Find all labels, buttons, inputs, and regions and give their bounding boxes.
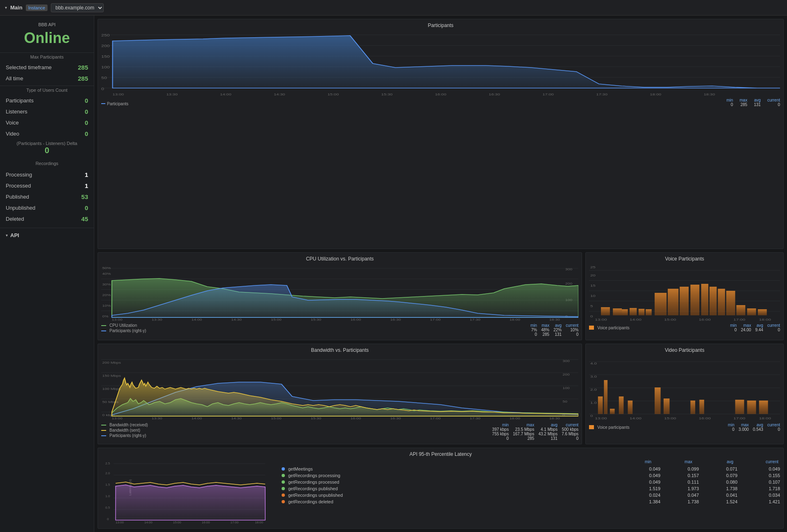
api-table-row: getRecordings unpublished 0.024 0.047 0.… — [282, 492, 780, 498]
sidebar: BBB API Online Max Participants Selected… — [0, 16, 94, 532]
svg-rect-76 — [737, 305, 746, 315]
listeners-row: Listeners 0 — [0, 106, 94, 117]
delta-label: (Participants - Listeners) Delta — [0, 141, 94, 146]
voice-chart-title: Voice Participants — [589, 256, 780, 262]
api-row-avg: 0.079 — [717, 473, 737, 478]
svg-text:100: 100 — [101, 65, 110, 69]
cpu-min: 7% — [530, 328, 537, 332]
cpu-p-max: 285 — [541, 332, 549, 337]
svg-text:25: 25 — [590, 265, 596, 269]
svg-text:13:00: 13:00 — [112, 417, 123, 420]
api-row-avg: 0.080 — [717, 480, 737, 484]
api-row-label: getRecordings unpublished — [288, 493, 637, 498]
bw-recv-avg: 4.1 Mbps — [538, 427, 557, 432]
participants-chart-area: 0 50 100 150 200 250 — [101, 31, 780, 96]
api-row-min: 0.049 — [640, 480, 660, 484]
svg-text:13:00: 13:00 — [112, 318, 123, 321]
api-row-max: 1.973 — [678, 486, 699, 491]
svg-text:17:00: 17:00 — [542, 93, 554, 96]
deleted-row: Deleted 45 — [0, 213, 94, 224]
recordings-section-label: Recordings — [0, 158, 94, 168]
svg-text:15:30: 15:30 — [311, 318, 321, 321]
row3: Bandwidth vs. Participants — [98, 344, 784, 444]
svg-rect-133 — [759, 401, 768, 414]
svg-text:10: 10 — [590, 294, 596, 298]
voice-label: Voice — [6, 120, 19, 126]
bw-p-current: 0 — [562, 436, 578, 441]
svg-rect-132 — [747, 401, 756, 414]
api-row-min: 1.519 — [640, 486, 660, 491]
svg-rect-75 — [726, 291, 735, 315]
unpublished-value: 0 — [85, 204, 88, 211]
svg-rect-74 — [718, 289, 725, 315]
video-max: 3.000 — [739, 427, 749, 432]
svg-text:4.0: 4.0 — [590, 362, 597, 365]
svg-rect-70 — [680, 287, 689, 315]
instance-selector[interactable]: bbb.example.com — [51, 3, 104, 12]
participants-chart-title: Participants — [101, 23, 780, 28]
svg-text:300: 300 — [565, 267, 572, 271]
svg-rect-123 — [604, 380, 608, 414]
svg-text:15:00: 15:00 — [271, 417, 282, 420]
bw-recv-current: 500 kbps — [562, 427, 578, 432]
svg-text:16:00: 16:00 — [699, 318, 711, 321]
stat-min-val: 0 — [726, 102, 733, 107]
svg-text:15: 15 — [590, 284, 596, 288]
published-row: Published 53 — [0, 191, 94, 202]
bw-p-label: Participants (right-y) — [109, 433, 146, 438]
participants-label: Participants — [6, 97, 34, 104]
svg-rect-128 — [664, 398, 670, 414]
api-row-max: 1.738 — [678, 499, 699, 504]
svg-text:13:30: 13:30 — [152, 417, 162, 420]
nav-main-label: Main — [10, 5, 23, 11]
svg-text:15:30: 15:30 — [381, 93, 393, 96]
api-col-avg: avg — [713, 460, 733, 464]
video-min: 0 — [728, 427, 735, 432]
api-row-values: 0.024 0.047 0.041 0.034 — [640, 493, 780, 498]
svg-rect-124 — [610, 409, 615, 414]
processed-value: 1 — [85, 182, 88, 189]
bw-sent-avg: 43.2 Mbps — [538, 432, 557, 436]
svg-rect-77 — [747, 308, 756, 315]
type-of-users-label: Type of Users Count — [0, 86, 94, 95]
max-participants-label: Max Participants — [0, 52, 94, 62]
delta-section: (Participants - Listeners) Delta 0 — [0, 139, 94, 158]
voice-current: 0 — [767, 328, 780, 332]
bw-p-avg: 131 — [538, 436, 557, 441]
bandwidth-chart-area: 0 kbps 50 Mbps 100 Mbps 150 Mbps 200 Mbp… — [101, 355, 578, 421]
svg-text:200 Mbps: 200 Mbps — [102, 361, 121, 364]
voice-max: 24.00 — [741, 328, 751, 332]
api-row-label: getRecordings published — [288, 486, 637, 491]
svg-rect-131 — [735, 400, 744, 414]
svg-text:20%: 20% — [102, 293, 111, 297]
unpublished-label: Unpublished — [6, 205, 35, 211]
svg-text:0: 0 — [590, 315, 593, 318]
stat-max-val: 285 — [739, 102, 747, 107]
svg-text:300: 300 — [562, 359, 569, 363]
bandwidth-chart-title: Bandwidth vs. Participants — [101, 347, 578, 353]
main-content: Participants 0 50 100 150 200 250 — [94, 16, 787, 532]
api-row-dot — [282, 474, 285, 477]
cpu-chart-title: CPU Utilization vs. Participants — [101, 256, 578, 262]
video-current: 0 — [767, 427, 780, 432]
svg-rect-66 — [639, 309, 645, 315]
processed-row: Processed 1 — [0, 180, 94, 191]
svg-text:14:00: 14:00 — [220, 93, 232, 96]
nav-instance-label: Instance — [26, 5, 48, 11]
api-row-label: getRecordings deleted — [288, 499, 637, 504]
bw-recv-min: 397 kbps — [492, 427, 509, 432]
participants-legend-dot — [101, 103, 105, 104]
svg-rect-129 — [691, 401, 696, 414]
svg-text:14:00: 14:00 — [144, 521, 153, 524]
svg-text:0: 0 — [101, 87, 104, 91]
api-chart-title: API 95-th Percentile Latency — [101, 451, 780, 457]
api-row-max: 0.047 — [678, 493, 699, 498]
bw-p-dot — [101, 435, 106, 436]
video-chart-area: 0 1.0 2.0 3.0 4.0 — [589, 355, 780, 421]
svg-text:0: 0 — [107, 517, 109, 521]
api-table-data: min max avg current getMeetings 0.049 0.… — [282, 460, 780, 525]
api-row-label: getMeetings — [288, 466, 637, 471]
all-time-value: 285 — [78, 75, 88, 82]
svg-text:30%: 30% — [102, 283, 111, 286]
api-table-row: getRecordings deleted 1.384 1.738 1.524 … — [282, 498, 780, 505]
